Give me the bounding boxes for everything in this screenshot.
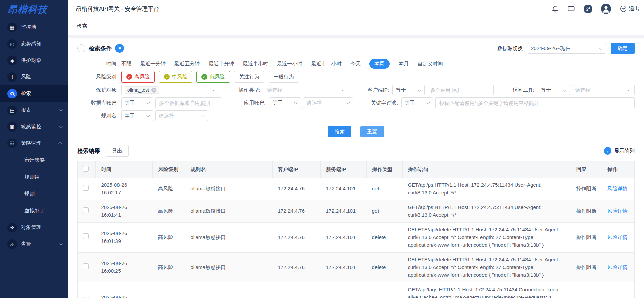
sidebar-item-label: 对象管理 — [21, 224, 59, 231]
cast-screen-icon[interactable] — [567, 5, 575, 13]
app-account-operator-select[interactable]: 等于 — [269, 97, 301, 108]
sidebar-item-search[interactable]: 检索 — [0, 85, 68, 102]
page-title: 检索 — [68, 18, 644, 35]
sidebar-item-situation[interactable]: ◎态势感知 — [0, 36, 68, 52]
risk-detail-link[interactable]: 风险详情 — [607, 234, 628, 240]
risk-detail-link[interactable]: 风险详情 — [607, 186, 628, 191]
sidebar-subitem[interactable]: 规则组 — [0, 168, 68, 185]
filter-row-2: 数据库账户: 等于 应用账户: 等于 请选择 — [77, 97, 635, 108]
access-tool-select[interactable]: 请选择 — [572, 85, 635, 95]
columns-dots-icon: ⋮ — [604, 147, 611, 155]
export-button[interactable]: 导出 — [106, 145, 129, 157]
time-option[interactable]: 最近半小时 — [243, 61, 268, 67]
sidebar-item-protect-objects[interactable]: ◆保护对象 — [0, 52, 68, 69]
search-button[interactable]: 搜索 — [328, 126, 351, 137]
sidebar-subitem[interactable]: 虚拟补丁 — [0, 202, 68, 219]
datasource-confirm-button[interactable]: 确定 — [611, 43, 635, 54]
access-tool-operator-select[interactable]: 等于 — [538, 85, 570, 95]
risk-level-low-button[interactable]: ✓低风险 — [196, 71, 230, 83]
risk-level-attention-button[interactable]: 关注行为 — [234, 71, 264, 83]
tag-close-icon[interactable]: × — [151, 88, 156, 93]
time-option[interactable]: 自定义时间 — [417, 61, 443, 67]
time-option[interactable]: 本周 — [369, 59, 390, 69]
cell-risk-level: 高风险 — [153, 282, 185, 298]
time-filter-row: 时间: 不限最近一分钟最近五分钟最近十分钟最近半小时最近一小时最近十二小时今天本… — [77, 58, 635, 69]
rule-name-operator-select[interactable]: 等于 — [121, 110, 153, 121]
sidebar-item-label: 报表 — [21, 107, 59, 113]
time-option[interactable]: 本月 — [399, 61, 409, 67]
chevron-down-icon — [59, 242, 63, 245]
show-columns-button[interactable]: ⋮ 显示的列 — [604, 147, 635, 155]
client-ip-input[interactable] — [427, 85, 494, 95]
column-header: 客户端IP — [273, 161, 321, 178]
column-header: 服务端IP — [321, 161, 367, 178]
notification-bell-icon[interactable] — [551, 5, 559, 13]
op-type-label: 操作类型: — [220, 87, 264, 93]
logout-button[interactable]: 退出 — [620, 5, 639, 13]
chevron-down-icon — [628, 88, 631, 92]
time-option[interactable]: 最近一小时 — [277, 61, 302, 67]
cell-client-ip: 172.18.1.7 — [273, 282, 321, 298]
sidebar-item-policy[interactable]: ☷策略管理 — [0, 135, 68, 152]
row-checkbox[interactable] — [83, 185, 89, 191]
cell-op-type: get — [367, 200, 403, 223]
sidebar-item-label: 告警 — [21, 241, 59, 247]
db-account-operator-select[interactable]: 等于 — [121, 97, 153, 108]
sidebar-item-monitor-wall[interactable]: ▦监控墙 — [0, 19, 68, 36]
panel-menu-icon[interactable]: ≡ — [115, 44, 124, 53]
sidebar-item-reports[interactable]: ▤报表 — [0, 102, 68, 118]
shield-icon: ◆ — [7, 56, 17, 65]
op-type-select[interactable]: 请选择 — [264, 85, 348, 95]
sidebar-item-sensitive[interactable]: ▣敏感监控 — [0, 118, 68, 135]
cell-response: 操作阻断 — [571, 282, 602, 298]
rule-name-select[interactable]: 请选择 — [155, 110, 208, 121]
table-row: 2025-08-25 11:15:20高风险ollama敏感接口172.18.1… — [78, 282, 635, 298]
risk-detail-link[interactable]: 风险详情 — [607, 264, 628, 270]
sidebar-item-risk[interactable]: !风险 — [0, 69, 68, 85]
sidebar-item-objects[interactable]: ❖对象管理 — [0, 219, 68, 236]
datasource-switch: 数据源切换 2024-09-26~现在 确定 — [497, 43, 635, 54]
table-row: 2025-08-26 16:01:41高风险ollama敏感接口172.24.4… — [78, 200, 635, 223]
risk-level-high-button[interactable]: ✓高风险 — [121, 71, 155, 83]
risk-detail-link[interactable]: 风险详情 — [607, 208, 628, 214]
time-option[interactable]: 最近五分钟 — [174, 61, 200, 67]
keyword-input[interactable] — [435, 97, 635, 108]
time-option[interactable]: 今天 — [350, 61, 361, 67]
app-account-select[interactable]: 请选择 — [303, 97, 353, 108]
collapse-panel-button[interactable] — [77, 44, 85, 52]
protect-object-select[interactable]: ollma_test × — [121, 85, 218, 95]
reset-button[interactable]: 重置 — [360, 126, 384, 137]
time-option[interactable]: 不限 — [121, 61, 131, 67]
user-avatar[interactable] — [601, 3, 611, 14]
sidebar-item-alarm[interactable]: ⚠告警 — [0, 236, 68, 252]
sidebar-subitem[interactable]: 审计策略 — [0, 152, 68, 168]
sidebar-subitem[interactable]: 规则 — [0, 185, 68, 202]
row-checkbox[interactable] — [83, 263, 89, 269]
topbar-actions: 退出 — [551, 3, 639, 14]
risk-level-normal-button[interactable]: 一般行为 — [269, 71, 299, 83]
row-checkbox[interactable] — [83, 207, 89, 213]
client-ip-operator-select[interactable]: 等于 — [392, 85, 425, 95]
datasource-select[interactable]: 2024-09-26~现在 — [528, 43, 606, 54]
time-option[interactable]: 最近一分钟 — [140, 61, 166, 67]
cell-risk-level: 高风险 — [153, 223, 185, 253]
select-all-checkbox[interactable] — [83, 166, 89, 172]
db-account-input[interactable] — [155, 97, 222, 108]
cell-response: 操作阻断 — [571, 252, 602, 282]
cell-server-ip: 172.24.4.101 — [321, 223, 367, 253]
cell-statement: GET/api/ps HTTP/1.1 Host: 172.24.4.75:11… — [403, 200, 571, 223]
risk-level-medium-button[interactable]: ✓中风险 — [159, 71, 192, 83]
logout-icon — [620, 5, 627, 13]
keyword-operator-select[interactable]: 等于 — [401, 97, 433, 108]
time-option[interactable]: 最近十二小时 — [311, 61, 342, 67]
chevron-down-icon — [342, 88, 345, 92]
share-link-icon[interactable] — [583, 4, 593, 14]
row-checkbox[interactable] — [83, 233, 89, 239]
main-area: 昂楷科技API网关 - 安全管理平台 退出 — [68, 0, 644, 298]
column-header: 操作语句 — [403, 161, 571, 178]
client-ip-label: 客户端IP: — [348, 87, 392, 93]
time-option[interactable]: 最近十分钟 — [209, 61, 234, 67]
protect-object-label: 保护对象: — [77, 87, 121, 93]
logout-label: 退出 — [629, 6, 639, 12]
cell-op-type: get — [367, 282, 403, 298]
